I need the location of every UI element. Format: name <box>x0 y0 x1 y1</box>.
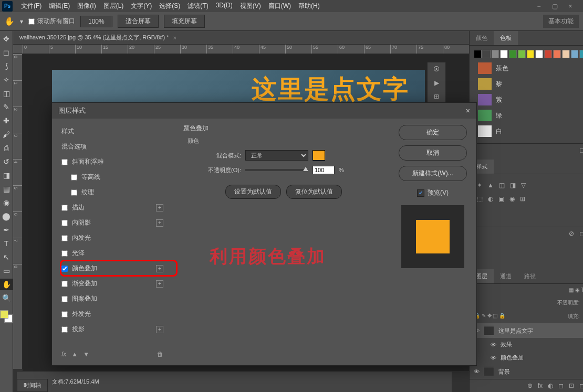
blend-options[interactable]: 混合选项 <box>58 139 166 154</box>
workspace-switcher[interactable]: 基本功能 <box>543 15 579 28</box>
layer-row[interactable]: 👁效果 <box>470 338 583 351</box>
menu-item[interactable]: 图层(L) <box>100 1 127 12</box>
paths-tab[interactable]: 路径 <box>518 269 542 283</box>
path-tool-icon[interactable]: ↖ <box>0 251 13 263</box>
visibility-icon[interactable]: 👁 <box>474 368 480 375</box>
palette-color[interactable] <box>509 50 517 58</box>
effect-row[interactable]: 斜面和浮雕 <box>58 154 166 169</box>
wand-tool-icon[interactable]: ✧ <box>0 74 13 86</box>
effect-checkbox[interactable] <box>71 174 77 181</box>
menu-item[interactable]: 滤镜(T) <box>184 1 211 12</box>
minimize-button[interactable]: − <box>534 3 544 10</box>
eraser-tool-icon[interactable]: ◨ <box>0 169 13 181</box>
new-style-icon[interactable]: ◻ <box>579 230 583 237</box>
visibility-icon[interactable]: 👁 <box>491 355 496 361</box>
fill-screen-button[interactable]: 填充屏幕 <box>164 15 205 28</box>
menu-item[interactable]: 帮助(H) <box>295 1 323 12</box>
down-icon[interactable]: ▼ <box>83 351 89 358</box>
gradient-tool-icon[interactable]: ▦ <box>0 183 13 195</box>
palette-color[interactable] <box>492 50 499 58</box>
effect-checkbox[interactable] <box>61 159 68 165</box>
clear-style-icon[interactable]: ⊘ <box>569 230 574 237</box>
close-button[interactable]: × <box>565 3 576 10</box>
swatch-item[interactable]: 黎 <box>474 76 583 92</box>
effect-row[interactable]: 等高线 <box>58 169 166 185</box>
effect-checkbox[interactable] <box>71 189 77 196</box>
effect-checkbox[interactable] <box>61 266 68 272</box>
effect-row[interactable]: 光泽 <box>58 246 166 261</box>
color-picker-swatch[interactable] <box>313 150 325 161</box>
scroll-all-checkbox[interactable]: 滚动所有窗口 <box>28 17 75 26</box>
zoom-value[interactable]: 100% <box>80 16 112 27</box>
palette-color[interactable] <box>535 50 543 58</box>
opacity-slider[interactable] <box>245 169 308 171</box>
palette-color[interactable] <box>544 50 552 58</box>
stamp-tool-icon[interactable]: ⎙ <box>0 142 13 154</box>
effect-row[interactable]: 颜色叠加+ <box>58 261 166 276</box>
add-effect-icon[interactable]: + <box>156 204 163 211</box>
blend-mode-select[interactable]: 正常 <box>245 150 308 161</box>
menu-item[interactable]: 视图(V) <box>237 1 264 12</box>
effect-checkbox[interactable] <box>61 235 68 241</box>
color-swatches-icon[interactable] <box>0 310 13 323</box>
opacity-input[interactable] <box>313 166 335 174</box>
swatch-item[interactable]: 茶色 <box>474 60 583 76</box>
move-tool-icon[interactable]: ✥ <box>0 33 13 45</box>
shape-tool-icon[interactable]: ▭ <box>0 265 13 277</box>
palette-color[interactable] <box>553 50 561 58</box>
swatch-item[interactable]: 绿 <box>474 108 583 123</box>
ok-button[interactable]: 确定 <box>399 125 467 140</box>
dialog-close-icon[interactable]: × <box>466 107 470 115</box>
new-swatch-icon[interactable]: ◻ <box>579 146 583 154</box>
history-brush-tool-icon[interactable]: ↺ <box>0 156 13 167</box>
effect-checkbox[interactable] <box>61 311 68 317</box>
effect-checkbox[interactable] <box>61 205 68 211</box>
new-style-button[interactable]: 新建样式(W)... <box>399 166 467 181</box>
crop-tool-icon[interactable]: ◫ <box>0 88 13 99</box>
palette-color[interactable] <box>562 50 570 58</box>
effect-row[interactable]: 投影+ <box>58 322 166 337</box>
palette-color[interactable] <box>527 50 535 58</box>
add-effect-icon[interactable]: + <box>156 326 163 333</box>
color-panel-tab[interactable]: 颜色 <box>470 31 494 45</box>
palette-color[interactable] <box>500 50 508 58</box>
zoom-tool-icon[interactable]: 🔍 <box>0 292 13 304</box>
cancel-button[interactable]: 取消 <box>399 145 467 161</box>
palette-color[interactable] <box>579 50 583 58</box>
effect-row[interactable]: 外发光 <box>58 306 166 322</box>
document-tab[interactable]: wallhaven-350125.jpg @ 35.4% (这里是点文字, RG… <box>13 31 469 45</box>
swatch-item[interactable]: 紫 <box>474 92 583 108</box>
swatches-panel-tab[interactable]: 色板 <box>494 31 518 45</box>
preview-checkbox[interactable]: ✔ 预览(V) <box>417 188 449 197</box>
effect-checkbox[interactable] <box>61 250 68 257</box>
palette-color[interactable] <box>483 50 491 58</box>
effect-checkbox[interactable] <box>61 296 68 302</box>
fit-screen-button[interactable]: 适合屏幕 <box>118 15 159 28</box>
visibility-icon[interactable]: 👁 <box>491 342 496 348</box>
add-effect-icon[interactable]: + <box>156 280 163 288</box>
palette-color[interactable] <box>518 50 526 58</box>
hand-tool-icon[interactable]: ✋ <box>0 279 13 290</box>
brush-tool-icon[interactable]: 🖌 <box>0 129 13 140</box>
menu-item[interactable]: 图像(I) <box>74 1 99 12</box>
menu-item[interactable]: 文字(Y) <box>128 1 155 12</box>
menu-item[interactable]: 窗口(W) <box>265 1 294 12</box>
menu-item[interactable]: 3D(D) <box>213 1 236 12</box>
swatch-item[interactable]: 白 <box>474 123 583 139</box>
collapsed-panel-dock[interactable]: ⦿▶⊞ <box>427 62 446 104</box>
layer-row[interactable]: 👁背景🔒 <box>470 364 583 379</box>
effect-row[interactable]: 渐变叠加+ <box>58 276 166 291</box>
menu-item[interactable]: 选择(S) <box>156 1 183 12</box>
reset-default-button[interactable]: 复位为默认值 <box>286 185 342 199</box>
effect-row[interactable]: 内发光 <box>58 230 166 246</box>
pen-tool-icon[interactable]: ✒ <box>0 224 13 236</box>
styles-header[interactable]: 样式 <box>58 124 166 139</box>
marquee-tool-icon[interactable]: ◻ <box>0 47 13 58</box>
palette-color[interactable] <box>571 50 579 58</box>
menu-item[interactable]: 编辑(E) <box>46 1 73 12</box>
effect-checkbox[interactable] <box>61 326 68 333</box>
lasso-tool-icon[interactable]: ⟆ <box>0 60 13 72</box>
effect-row[interactable]: 描边+ <box>58 200 166 215</box>
eyedropper-tool-icon[interactable]: ✎ <box>0 101 13 113</box>
add-effect-icon[interactable]: + <box>156 219 163 227</box>
